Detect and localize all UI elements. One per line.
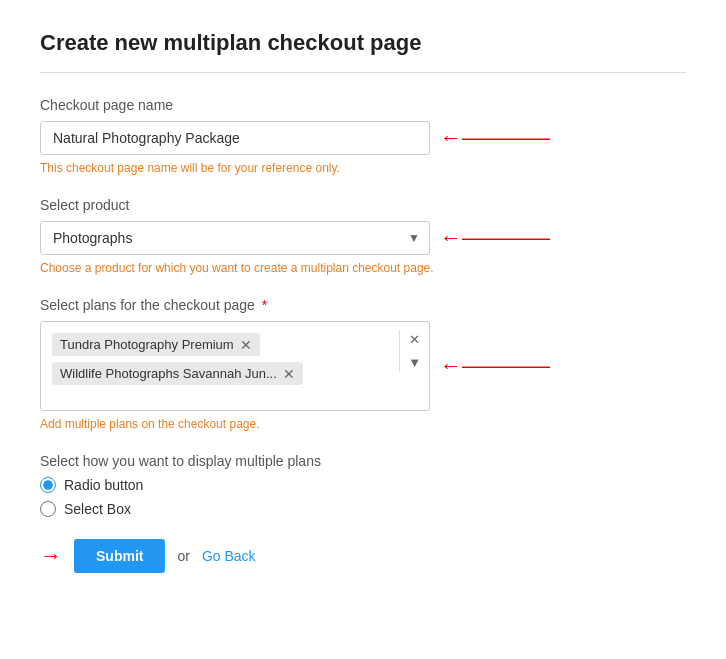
or-text: or bbox=[177, 548, 189, 564]
select-product-label: Select product bbox=[40, 197, 686, 213]
remove-tundra-btn[interactable]: ✕ bbox=[240, 338, 252, 352]
select-box-label: Select Box bbox=[64, 501, 131, 517]
select-plans-label: Select plans for the checkout page * bbox=[40, 297, 686, 313]
arrow-plans-select: ←———— bbox=[440, 355, 550, 377]
display-mode-section: Select how you want to display multiple … bbox=[40, 453, 686, 517]
title-divider bbox=[40, 72, 686, 73]
submit-button[interactable]: Submit bbox=[74, 539, 165, 573]
arrow-submit: → bbox=[40, 543, 62, 569]
select-product-hint: Choose a product for which you want to c… bbox=[40, 261, 686, 275]
go-back-link[interactable]: Go Back bbox=[202, 548, 256, 564]
plans-controls: ✕ ▼ bbox=[399, 330, 423, 372]
plan-tag-wildlife: Wildlife Photographs Savannah Jun... ✕ bbox=[52, 362, 303, 385]
arrow-product-select: ←———— bbox=[440, 227, 550, 249]
checkout-name-input[interactable] bbox=[40, 121, 430, 155]
page-title: Create new multiplan checkout page bbox=[40, 30, 686, 56]
product-select[interactable]: Photographs bbox=[40, 221, 430, 255]
submit-row: → Submit or Go Back bbox=[40, 539, 686, 573]
plan-tag-wildlife-label: Wildlife Photographs Savannah Jun... bbox=[60, 366, 277, 381]
select-plans-section: Select plans for the checkout page * Tun… bbox=[40, 297, 686, 431]
select-product-section: Select product Photographs ▼ ←———— Choos… bbox=[40, 197, 686, 275]
select-plans-hint: Add multiple plans on the checkout page. bbox=[40, 417, 686, 431]
select-box-input[interactable] bbox=[40, 501, 56, 517]
radio-button-label: Radio button bbox=[64, 477, 143, 493]
radio-option-selectbox[interactable]: Select Box bbox=[40, 501, 686, 517]
required-marker: * bbox=[258, 297, 267, 313]
checkout-name-section: Checkout page name ←———— This checkout p… bbox=[40, 97, 686, 175]
plans-dropdown-btn[interactable]: ▼ bbox=[406, 353, 423, 372]
checkout-name-hint: This checkout page name will be for your… bbox=[40, 161, 686, 175]
radio-option-radio[interactable]: Radio button bbox=[40, 477, 686, 493]
product-select-wrapper: Photographs ▼ bbox=[40, 221, 430, 255]
display-mode-label: Select how you want to display multiple … bbox=[40, 453, 686, 469]
radio-button-input[interactable] bbox=[40, 477, 56, 493]
plans-clear-btn[interactable]: ✕ bbox=[406, 330, 423, 349]
arrow-checkout-name: ←———— bbox=[440, 127, 550, 149]
remove-wildlife-btn[interactable]: ✕ bbox=[283, 367, 295, 381]
plans-tags-container: Tundra Photography Premium ✕ Wildlife Ph… bbox=[49, 330, 391, 388]
plan-tag-tundra: Tundra Photography Premium ✕ bbox=[52, 333, 260, 356]
plan-tag-tundra-label: Tundra Photography Premium bbox=[60, 337, 234, 352]
plans-select-box[interactable]: Tundra Photography Premium ✕ Wildlife Ph… bbox=[40, 321, 430, 411]
checkout-name-label: Checkout page name bbox=[40, 97, 686, 113]
